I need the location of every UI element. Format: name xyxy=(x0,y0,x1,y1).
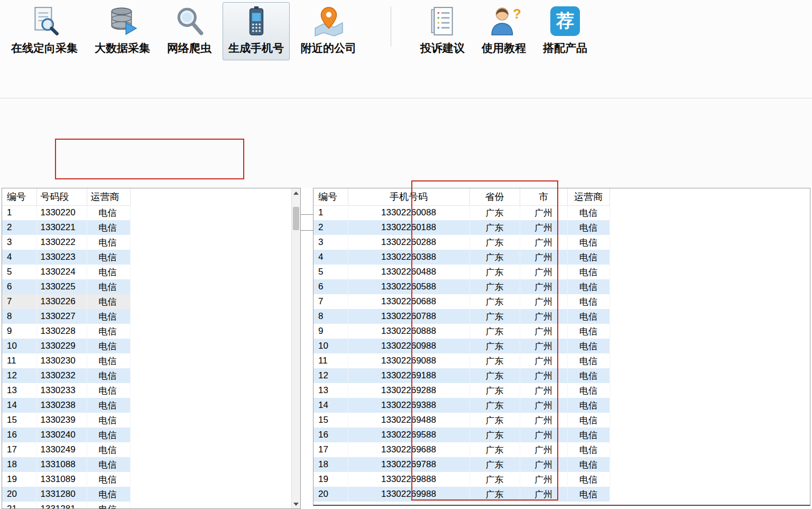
table-row[interactable]: 313302260288广东广州电信 xyxy=(313,235,610,250)
scroll-up-button[interactable] xyxy=(292,188,300,197)
table-row[interactable]: 211331281电信 xyxy=(2,502,130,509)
toolbar-item-generate-phone[interactable]: 生成手机号 xyxy=(223,2,290,60)
column-header[interactable]: 省份 xyxy=(469,188,520,205)
table-row[interactable]: 201331280电信 xyxy=(2,487,130,502)
arrow-down-icon xyxy=(293,503,299,506)
table-cell: 1330225 xyxy=(36,279,87,294)
table-cell: 电信 xyxy=(567,383,610,398)
table-row[interactable]: 213302260188广东广州电信 xyxy=(313,220,610,235)
table-row[interactable]: 513302260488广东广州电信 xyxy=(313,265,610,279)
column-header[interactable]: 手机号码 xyxy=(348,188,469,205)
column-header[interactable]: 编号 xyxy=(2,188,36,205)
table-row[interactable]: 1013302260988广东广州电信 xyxy=(313,339,610,353)
table-row[interactable]: 71330226电信 xyxy=(2,294,130,309)
toolbar-item-bigdata-collect[interactable]: 大数据采集 xyxy=(89,2,156,60)
document-search-icon xyxy=(29,6,60,37)
table-row[interactable]: 1613302269588广东广州电信 xyxy=(313,428,610,442)
scroll-down-button[interactable] xyxy=(292,499,300,508)
table-row[interactable]: 1513302269488广东广州电信 xyxy=(313,413,610,428)
table-cell: 广东 xyxy=(469,353,520,368)
arrow-up-icon xyxy=(293,192,299,195)
table-cell: 广州 xyxy=(520,205,567,220)
table-row[interactable]: 1213302269188广东广州电信 xyxy=(313,368,610,383)
table-row[interactable]: 91330228电信 xyxy=(2,324,130,339)
column-header[interactable]: 运营商 xyxy=(87,188,130,205)
table-row[interactable]: 1713302269688广东广州电信 xyxy=(313,442,610,457)
table-row[interactable]: 141330238电信 xyxy=(2,398,130,413)
toolbar-item-label: 网络爬虫 xyxy=(167,41,211,56)
vertical-scrollbar[interactable] xyxy=(291,188,300,508)
table-row[interactable]: 121330232电信 xyxy=(2,368,130,383)
table-cell: 广州 xyxy=(520,324,567,339)
table-cell: 1330238 xyxy=(36,398,87,413)
table-cell: 广东 xyxy=(469,472,520,487)
table-cell: 电信 xyxy=(567,398,610,413)
table-row[interactable]: 11330220电信 xyxy=(2,205,130,220)
table-row[interactable]: 21330221电信 xyxy=(2,220,130,235)
table-row[interactable]: 111330230电信 xyxy=(2,353,130,368)
table-cell: 广东 xyxy=(469,279,520,294)
table-row[interactable]: 41330223电信 xyxy=(2,250,130,265)
table-header-row: 编号 号码段 运营商 xyxy=(2,188,130,205)
table-row[interactable]: 51330224电信 xyxy=(2,265,130,279)
table-row[interactable]: 171330249电信 xyxy=(2,442,130,457)
toolbar-item-tutorial[interactable]: ? 使用教程 xyxy=(476,2,532,60)
toolbar-item-nearby-companies[interactable]: 附近的公司 xyxy=(295,2,362,60)
table-row[interactable]: 191331089电信 xyxy=(2,472,130,487)
table-row[interactable]: 151330239电信 xyxy=(2,413,130,428)
toolbar-item-web-crawler[interactable]: 网络爬虫 xyxy=(161,2,217,60)
table-cell: 广州 xyxy=(520,265,567,279)
table-row[interactable]: 2013302269988广东广州电信 xyxy=(313,487,610,502)
table-cell: 电信 xyxy=(567,279,610,294)
table-cell: 电信 xyxy=(567,220,610,235)
table-cell: 1330229 xyxy=(36,339,87,353)
table-row[interactable]: 101330229电信 xyxy=(2,339,130,353)
table-row[interactable]: 813302260788广东广州电信 xyxy=(313,309,610,324)
table-row[interactable]: 1313302269288广东广州电信 xyxy=(313,383,610,398)
table-cell: 广东 xyxy=(469,205,520,220)
table-cell: 18 xyxy=(2,457,36,472)
map-pin-icon xyxy=(313,6,344,37)
table-cell: 电信 xyxy=(87,309,130,324)
table-row[interactable]: 181331088电信 xyxy=(2,457,130,472)
column-header[interactable]: 编号 xyxy=(313,188,348,205)
table-row[interactable]: 1913302269888广东广州电信 xyxy=(313,472,610,487)
table-cell: 广州 xyxy=(520,309,567,324)
toolbar-item-recommended-products[interactable]: 荐 搭配产品 xyxy=(537,2,593,60)
table-row[interactable]: 61330225电信 xyxy=(2,279,130,294)
table-row[interactable]: 81330227电信 xyxy=(2,309,130,324)
table-row[interactable]: 613302260588广东广州电信 xyxy=(313,279,610,294)
table-cell: 广州 xyxy=(520,279,567,294)
scrollbar-thumb[interactable] xyxy=(293,207,299,230)
table-cell: 广州 xyxy=(520,250,567,265)
table-cell: 电信 xyxy=(567,353,610,368)
toolbar-item-label: 使用教程 xyxy=(482,41,526,56)
column-header[interactable]: 号码段 xyxy=(36,188,87,205)
table-cell: 广州 xyxy=(520,398,567,413)
table-row[interactable]: 1413302269388广东广州电信 xyxy=(313,398,610,413)
table-row[interactable]: 413302260388广东广州电信 xyxy=(313,250,610,265)
question-badge: ? xyxy=(513,6,521,22)
table-cell: 电信 xyxy=(87,279,130,294)
table-row[interactable]: 1113302269088广东广州电信 xyxy=(313,353,610,368)
table-cell: 17 xyxy=(2,442,36,457)
table-cell: 13302269288 xyxy=(348,383,469,398)
column-header[interactable]: 市 xyxy=(520,188,567,205)
table-cell: 广东 xyxy=(469,324,520,339)
table-row[interactable]: 913302260888广东广州电信 xyxy=(313,324,610,339)
toolbar-item-feedback[interactable]: 投诉建议 xyxy=(414,2,470,60)
table-cell: 电信 xyxy=(567,265,610,279)
toolbar-item-label: 搭配产品 xyxy=(543,41,587,56)
column-header[interactable]: 运营商 xyxy=(567,188,610,205)
table-row[interactable]: 1813302269788广东广州电信 xyxy=(313,457,610,472)
table-row[interactable]: 31330222电信 xyxy=(2,235,130,250)
table-cell: 电信 xyxy=(567,235,610,250)
table-row[interactable]: 161330240电信 xyxy=(2,428,130,442)
table-row[interactable]: 713302260688广东广州电信 xyxy=(313,294,610,309)
table-cell: 7 xyxy=(313,294,348,309)
toolbar-item-online-directed-collect[interactable]: 在线定向采集 xyxy=(5,2,84,60)
table-row[interactable]: 131330233电信 xyxy=(2,383,130,398)
toolbar-item-label: 在线定向采集 xyxy=(11,41,78,56)
table-row[interactable]: 113302260088广东广州电信 xyxy=(313,205,610,220)
table-cell: 2 xyxy=(2,220,36,235)
